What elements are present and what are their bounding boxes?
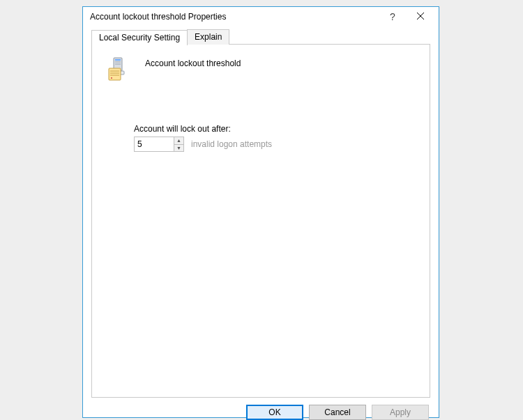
svg-point-12	[111, 77, 112, 79]
svg-rect-6	[115, 64, 121, 65]
chevron-up-icon: ▲	[176, 138, 181, 143]
policy-icon	[107, 57, 132, 82]
threshold-row: ▲ ▼ invalid logon attempts	[134, 137, 414, 152]
tab-explain[interactable]: Explain	[187, 29, 229, 45]
button-label: OK	[268, 407, 280, 417]
close-icon	[417, 12, 424, 22]
svg-rect-4	[115, 61, 121, 62]
spinner-buttons: ▲ ▼	[174, 137, 183, 151]
close-button[interactable]	[407, 7, 434, 26]
properties-dialog: Account lockout threshold Properties ? L…	[82, 6, 439, 418]
tab-label: Local Security Setting	[99, 33, 180, 42]
chevron-down-icon: ▼	[176, 146, 181, 150]
apply-button: Apply	[372, 405, 429, 420]
window-title: Account lockout threshold Properties	[90, 12, 379, 22]
policy-name: Account lockout threshold	[145, 59, 241, 68]
cancel-button[interactable]: Cancel	[309, 405, 366, 420]
tab-panel: Account lockout threshold Account will l…	[91, 44, 430, 398]
threshold-spinner[interactable]: ▲ ▼	[134, 137, 184, 152]
titlebar: Account lockout threshold Properties ?	[83, 7, 439, 26]
threshold-label: Account will lock out after:	[134, 124, 414, 134]
tabstrip: Local Security Setting Explain	[91, 29, 430, 45]
ok-button[interactable]: OK	[246, 405, 303, 420]
dialog-buttons: OK Cancel Apply	[83, 398, 439, 420]
spinner-down[interactable]: ▼	[174, 144, 183, 152]
threshold-input[interactable]	[135, 137, 174, 151]
svg-rect-3	[115, 59, 121, 61]
client-area: Local Security Setting Explain	[83, 26, 439, 398]
help-icon: ?	[390, 11, 395, 22]
button-label: Apply	[390, 407, 411, 417]
svg-rect-8	[109, 68, 121, 80]
spinner-up[interactable]: ▲	[174, 137, 183, 144]
threshold-suffix: invalid logon attempts	[191, 139, 272, 149]
tab-label: Explain	[195, 32, 222, 42]
button-label: Cancel	[324, 407, 350, 417]
policy-header: Account lockout threshold	[107, 57, 414, 82]
tab-local-security-setting[interactable]: Local Security Setting	[91, 30, 188, 45]
svg-rect-5	[115, 63, 121, 63]
help-button[interactable]: ?	[379, 7, 407, 26]
